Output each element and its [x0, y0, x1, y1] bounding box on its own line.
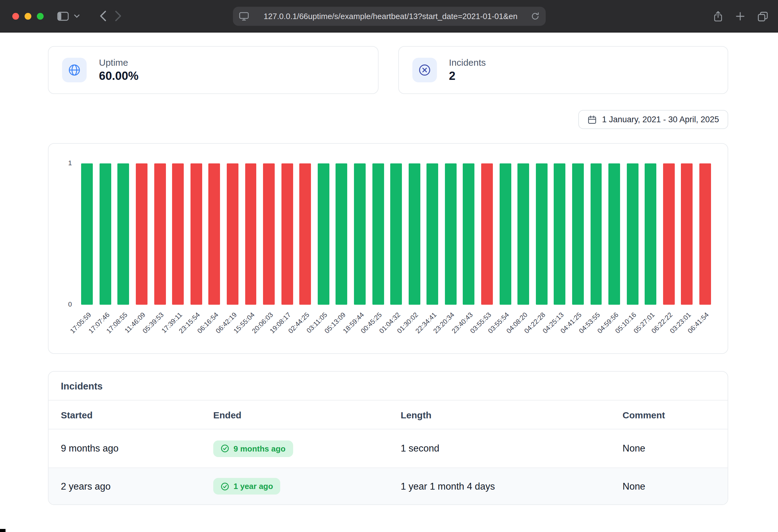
bar-slot	[660, 163, 678, 305]
bar-slot	[223, 163, 241, 305]
heartbeat-bar-down[interactable]	[481, 163, 493, 305]
heartbeat-bar-down[interactable]	[172, 163, 184, 305]
heartbeat-bar-up[interactable]	[463, 163, 475, 305]
bar-slot	[169, 163, 187, 305]
heartbeat-bar-down[interactable]	[699, 163, 711, 305]
close-window-button[interactable]	[12, 13, 19, 19]
bar-slot	[678, 163, 696, 305]
incident-ended-badge: 1 year ago	[213, 478, 281, 495]
heartbeat-bar-down[interactable]	[154, 163, 166, 305]
incident-comment: None	[623, 443, 715, 454]
heartbeat-bar-up[interactable]	[554, 163, 566, 305]
heartbeat-bar-up[interactable]	[81, 163, 93, 305]
sidebar-toggle-icon[interactable]	[57, 11, 69, 21]
heartbeat-bar-up[interactable]	[354, 163, 366, 305]
incident-ended-badge: 9 months ago	[213, 440, 293, 457]
bar-slot	[133, 163, 151, 305]
bar-slot	[351, 163, 369, 305]
heartbeat-bar-up[interactable]	[99, 163, 111, 305]
screen-artifact	[0, 529, 6, 532]
heartbeat-bar-up[interactable]	[536, 163, 548, 305]
incident-length: 1 second	[401, 443, 623, 454]
column-header-started: Started	[61, 410, 213, 420]
heartbeat-bar-up[interactable]	[518, 163, 529, 305]
column-header-length: Length	[401, 410, 623, 420]
heartbeat-bar-up[interactable]	[408, 163, 420, 305]
url-text: 127.0.0.1/66uptime/s/example/heartbeat/1…	[264, 12, 531, 21]
incidents-value: 2	[449, 69, 486, 83]
uptime-value: 60.00%	[99, 69, 139, 83]
bar-slot	[278, 163, 296, 305]
incident-started: 9 months ago	[61, 443, 213, 454]
heartbeat-bar-up[interactable]	[318, 163, 329, 305]
share-icon[interactable]	[713, 10, 723, 22]
heartbeat-bar-up[interactable]	[645, 163, 656, 305]
y-axis-tick-label: 0	[56, 300, 72, 308]
heartbeat-bar-up[interactable]	[590, 163, 602, 305]
date-range-picker-button[interactable]: 1 January, 2021 - 30 April, 2025	[578, 110, 728, 129]
heartbeat-bar-up[interactable]	[608, 163, 620, 305]
bar-slot	[605, 163, 623, 305]
table-header-row: Started Ended Length Comment	[49, 400, 727, 429]
incident-ended: 9 months ago	[234, 444, 286, 453]
bar-slot	[260, 163, 278, 305]
heartbeat-bar-up[interactable]	[445, 163, 457, 305]
heartbeat-bar-down[interactable]	[190, 163, 202, 305]
bar-slot	[569, 163, 587, 305]
heartbeat-bar-down[interactable]	[681, 163, 693, 305]
bar-slot	[241, 163, 260, 305]
heartbeat-bar-up[interactable]	[372, 163, 384, 305]
column-header-comment: Comment	[623, 410, 715, 420]
table-row: 9 months ago 9 months ago 1 second None	[49, 429, 727, 467]
window-controls	[12, 13, 44, 19]
forward-button[interactable]	[115, 10, 122, 21]
tab-overview-icon[interactable]	[758, 11, 768, 21]
heartbeat-bar-up[interactable]	[499, 163, 511, 305]
heartbeat-bar-down[interactable]	[227, 163, 238, 305]
new-tab-icon[interactable]	[735, 12, 745, 21]
zoom-window-button[interactable]	[37, 13, 44, 19]
heartbeat-bar-down[interactable]	[263, 163, 275, 305]
heartbeat-bar-up[interactable]	[336, 163, 347, 305]
bar-slot	[533, 163, 551, 305]
incident-length: 1 year 1 month 4 days	[401, 481, 623, 492]
bar-slot	[387, 163, 405, 305]
page-format-icon	[239, 12, 249, 21]
address-bar[interactable]: 127.0.0.1/66uptime/s/example/heartbeat/1…	[233, 7, 546, 26]
back-button[interactable]	[99, 10, 106, 21]
bar-slot	[205, 163, 223, 305]
heartbeat-bar-up[interactable]	[427, 163, 439, 305]
heartbeat-bar-down[interactable]	[209, 163, 220, 305]
heartbeat-bar-up[interactable]	[572, 163, 584, 305]
column-header-ended: Ended	[213, 410, 401, 420]
minimize-window-button[interactable]	[24, 13, 31, 19]
reload-icon[interactable]	[531, 12, 540, 21]
incident-comment: None	[623, 481, 715, 492]
browser-window: 127.0.0.1/66uptime/s/example/heartbeat/1…	[0, 0, 778, 532]
bar-slot	[460, 163, 478, 305]
bar-slot	[369, 163, 387, 305]
heartbeat-bar-down[interactable]	[281, 163, 293, 305]
heartbeat-bar-down[interactable]	[300, 163, 311, 305]
heartbeat-bar-up[interactable]	[390, 163, 402, 305]
x-circle-icon	[412, 58, 437, 82]
heartbeat-bar-up[interactable]	[626, 163, 638, 305]
bar-slot	[587, 163, 605, 305]
heartbeat-bar-down[interactable]	[245, 163, 256, 305]
bar-slot	[423, 163, 442, 305]
incident-ended: 1 year ago	[234, 481, 273, 491]
incidents-table-title: Incidents	[49, 372, 727, 400]
incidents-table-card: Incidents Started Ended Length Comment 9…	[48, 371, 728, 505]
bar-slot	[96, 163, 114, 305]
bar-slot	[114, 163, 133, 305]
uptime-dashboard: Uptime 60.00% Incidents 2	[0, 32, 778, 505]
chevron-down-icon[interactable]	[74, 14, 80, 18]
bar-series	[78, 163, 714, 305]
heartbeat-bar-down[interactable]	[136, 163, 148, 305]
browser-toolbar: 127.0.0.1/66uptime/s/example/heartbeat/1…	[0, 0, 778, 32]
bar-slot	[551, 163, 569, 305]
heartbeat-bar-up[interactable]	[118, 163, 129, 305]
heartbeat-bar-down[interactable]	[663, 163, 675, 305]
incidents-stat-card: Incidents 2	[398, 46, 728, 94]
bar-slot	[514, 163, 533, 305]
